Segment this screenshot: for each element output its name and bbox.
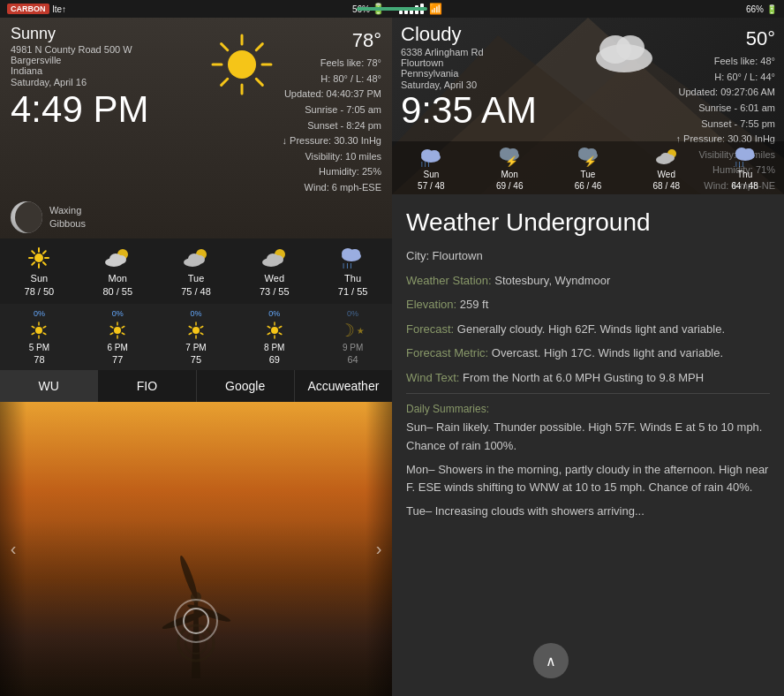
svg-line-7 [222, 44, 228, 50]
wind-left: Wind: 6 mph-ESE [282, 180, 381, 196]
updated-left: Updated: 04:40:37 PM [282, 87, 381, 102]
daily-summary-title: Daily Summaries: [406, 403, 770, 415]
right-panel: 📶 66% 🔋 Cloudy 6338 Arlingham Rd Flourto… [392, 0, 784, 696]
info-wind-text: Wind Text: From the North at 6.0 MPH Gus… [406, 369, 770, 387]
moon-star-icon: ☽⋆ [339, 320, 366, 341]
time-left: 4:49 PM [11, 91, 202, 128]
widget-day-mon: Mon [501, 170, 517, 179]
svg-line-5 [222, 79, 228, 85]
forecast-name-wed: Wed [265, 273, 284, 284]
center-icon [174, 599, 218, 643]
forecast-day-sun: Sun 78 / 50 [0, 246, 79, 297]
precip-7pm: 0% [190, 309, 201, 318]
info-forecast-value: Generally cloudy. High 62F. Winds light … [457, 322, 725, 336]
forecast-temp-sun: 78 / 50 [25, 286, 55, 297]
source-tabs: WU FIO Google Accuweather [0, 370, 392, 402]
info-station-label: Weather Station: [406, 274, 492, 287]
time-9pm: 9 PM [343, 343, 363, 352]
svg-line-60 [268, 326, 270, 328]
time-right: 9:35 AM [401, 92, 593, 129]
info-elevation: Elevation: 259 ft [406, 296, 770, 314]
info-city-value: City: Flourtown [406, 249, 483, 262]
hourly-row-left: 0% 5 PM 78 0% [0, 304, 392, 370]
svg-text:| | |: | | | [735, 161, 744, 167]
svg-line-46 [110, 326, 113, 328]
sunset-right: Sunset - 7:55 pm [669, 117, 775, 132]
chevron-up-icon: ∧ [546, 653, 556, 670]
svg-point-54 [192, 327, 200, 334]
tab-fio[interactable]: FIO [98, 370, 196, 402]
hourly-icon-8pm [261, 320, 288, 341]
city-left: Bargersville [11, 55, 202, 65]
status-bar-left: CARBON lte↑ 56% 🔋 [0, 0, 392, 18]
svg-line-43 [122, 333, 124, 335]
temp-7pm: 75 [191, 354, 201, 365]
tab-wu[interactable]: WU [0, 370, 98, 402]
widget-day-thu: Thu [737, 170, 752, 179]
hourly-icon-5pm [26, 320, 52, 341]
time-6pm: 6 PM [108, 343, 128, 352]
humidity-left: Humidity: 25% [282, 164, 381, 180]
forecast-temp-wed: 73 / 55 [260, 286, 290, 297]
forecast-icon-wed [259, 246, 290, 270]
svg-line-3 [257, 79, 263, 85]
high-low-left: H: 80° / L: 48° [282, 72, 381, 87]
forecast-icon-tue [180, 246, 212, 270]
hourly-9pm: 0% ☽⋆ 9 PM 64 [313, 309, 392, 365]
precip-8pm: 0% [268, 309, 280, 318]
svg-text:⚡: ⚡ [584, 155, 597, 167]
tab-accuweather[interactable]: Accuweather [295, 370, 392, 402]
background-image-left: ‹ › [0, 402, 392, 696]
hourly-6pm: 0% 6 PM 77 [79, 309, 157, 365]
scroll-up-button[interactable]: ∧ [533, 643, 569, 678]
battery-right: 66% 🔋 [746, 4, 777, 14]
forecast-name-thu: Thu [344, 273, 361, 284]
forecast-name-mon: Mon [108, 273, 126, 284]
visibility-left: Visibility: 10 miles [282, 149, 381, 165]
svg-point-64 [177, 555, 200, 600]
svg-line-52 [189, 333, 192, 335]
svg-point-17 [34, 253, 43, 262]
cloud-icon-right [593, 30, 655, 78]
svg-line-53 [189, 326, 192, 328]
sunrise-right: Sunrise - 6:01 am [669, 101, 775, 117]
widget-forecast-wed: Wed 68 / 48 [627, 147, 705, 191]
forecast-row-left: Sun 78 / 50 Mon 80 / 55 [0, 238, 392, 304]
svg-point-47 [114, 327, 121, 334]
status-bar-right: 📶 66% 🔋 [392, 0, 784, 18]
daily-mon-text: Mon– Showers in the morning, partly clou… [406, 461, 770, 498]
widget-forecast-row: | | | Sun 57 / 48 ⚡ Mon 69 / 46 [392, 141, 784, 194]
signal-label: lte↑ [53, 4, 67, 14]
info-forecast: Forecast: Generally cloudy. High 62F. Wi… [406, 321, 770, 338]
daily-tue-text: Tue– Increasing clouds with showers arri… [406, 503, 770, 521]
condition-right: Cloudy [401, 23, 593, 46]
hourly-7pm: 0% 7 PM 75 [157, 309, 236, 365]
info-wind-text-value: From the North at 6.0 MPH Gusting to 9.8… [463, 371, 704, 384]
carrier-label: CARBON [7, 4, 49, 14]
svg-line-59 [268, 333, 270, 335]
forecast-day-wed: Wed 73 / 55 [235, 246, 313, 297]
tab-google[interactable]: Google [197, 370, 295, 402]
widget-day-wed: Wed [658, 170, 675, 179]
address-right: 6338 Arlingham Rd [401, 47, 593, 57]
daily-sun-text: Sun– Rain likely. Thunder possible. High… [406, 419, 770, 456]
widget-icon-sun: | | | [417, 147, 445, 168]
date-left: Saturday, April 16 [11, 77, 202, 87]
widget-forecast-thu: | | | Thu 64 / 48 [705, 147, 784, 191]
svg-line-38 [33, 333, 35, 335]
temp-large-left: 78° [282, 25, 381, 56]
battery-icon-right: 🔋 [766, 4, 777, 14]
info-forecast-label: Forecast: [406, 322, 454, 336]
nav-arrow-left[interactable]: ‹ [0, 402, 26, 696]
sunrise-left: Sunrise - 7:05 am [282, 102, 381, 118]
svg-point-25 [194, 255, 205, 264]
nav-arrow-right[interactable]: › [366, 402, 392, 696]
hourly-icon-9pm: ☽⋆ [340, 320, 366, 341]
forecast-name-sun: Sun [31, 273, 49, 284]
precip-9pm: 0% [347, 309, 358, 318]
svg-line-49 [200, 326, 203, 328]
weather-main-left: Sunny 4981 N County Road 500 W Bargersvi… [0, 18, 392, 238]
widget-icon-thu: | | | [731, 147, 759, 168]
widget-icon-mon: ⚡ [495, 147, 524, 168]
svg-point-77 [429, 150, 440, 159]
